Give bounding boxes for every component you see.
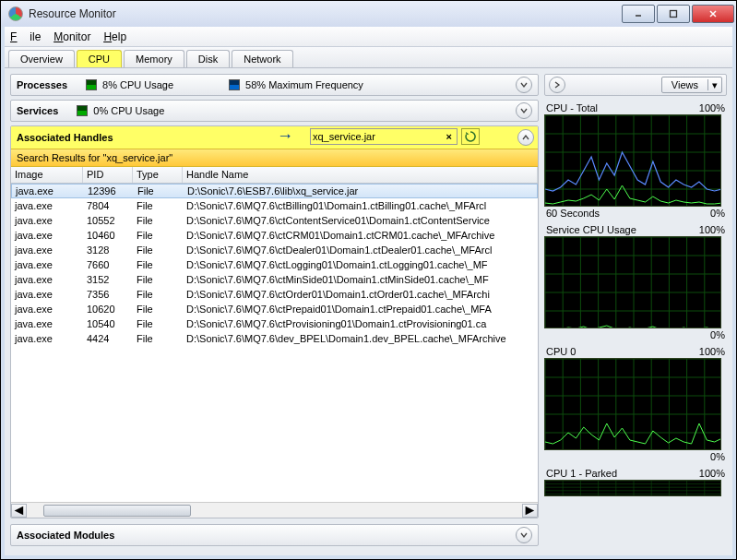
cell-image: java.exe bbox=[11, 274, 83, 285]
cell-type: File bbox=[133, 274, 183, 285]
tab-memory[interactable]: Memory bbox=[124, 50, 184, 67]
modules-title: Associated Modules bbox=[17, 530, 114, 541]
chart-xlabel: 60 Seconds bbox=[546, 208, 600, 219]
tab-cpu[interactable]: CPU bbox=[77, 50, 122, 67]
svg-rect-1 bbox=[671, 11, 677, 18]
cell-handle: D:\Sonic\7.6\MQ7.6\ctProvisioning01\Doma… bbox=[183, 318, 538, 329]
cpu-usage-label: 8% CPU Usage bbox=[102, 79, 173, 90]
table-row[interactable]: java.exe10540FileD:\Sonic\7.6\MQ7.6\ctPr… bbox=[11, 316, 538, 331]
views-dropdown-button[interactable]: Views ▾ bbox=[661, 77, 722, 93]
tabbar: Overview CPU Memory Disk Network bbox=[5, 47, 732, 68]
cell-handle: D:\Sonic\7.6\MQ7.6\ctLogging01\Domain1.c… bbox=[183, 259, 538, 270]
cell-pid: 7804 bbox=[83, 200, 133, 211]
chart-0: CPU - Total100%60 Seconds0% bbox=[544, 101, 727, 220]
cell-handle: D:\Sonic\7.6\MQ7.6\dev_BPEL\Domain1.dev_… bbox=[183, 333, 538, 344]
tab-overview[interactable]: Overview bbox=[8, 50, 75, 67]
cell-type: File bbox=[133, 333, 183, 344]
col-handle[interactable]: Handle Name bbox=[183, 167, 538, 183]
close-button[interactable] bbox=[692, 5, 734, 23]
cell-pid: 3152 bbox=[83, 274, 133, 285]
col-pid[interactable]: PID bbox=[83, 167, 133, 183]
search-results-label: Search Results for "xq_service.jar" bbox=[11, 149, 538, 167]
cell-type: File bbox=[133, 289, 183, 300]
chart-max: 100% bbox=[699, 102, 725, 113]
menu-monitor[interactable]: Monitor bbox=[53, 30, 90, 43]
chart-canvas bbox=[544, 358, 721, 450]
scroll-thumb[interactable] bbox=[43, 505, 191, 517]
table-row[interactable]: java.exe7660FileD:\Sonic\7.6\MQ7.6\ctLog… bbox=[11, 257, 538, 272]
table-row[interactable]: java.exe10620FileD:\Sonic\7.6\MQ7.6\ctPr… bbox=[11, 302, 538, 316]
table-header: Image PID Type Handle Name bbox=[11, 167, 538, 184]
table-row[interactable]: java.exe7804FileD:\Sonic\7.6\MQ7.6\ctBil… bbox=[11, 198, 538, 213]
scroll-right-button[interactable]: ► bbox=[522, 504, 538, 518]
search-value: xq_service.jar bbox=[313, 131, 444, 142]
max-freq-icon bbox=[229, 79, 240, 90]
tab-network[interactable]: Network bbox=[232, 50, 292, 67]
chart-title: CPU 1 - Parked bbox=[546, 468, 617, 479]
tab-disk[interactable]: Disk bbox=[186, 50, 230, 67]
table-row[interactable]: java.exe7356FileD:\Sonic\7.6\MQ7.6\ctOrd… bbox=[11, 287, 538, 302]
views-label: Views bbox=[662, 79, 708, 90]
chart-canvas bbox=[544, 480, 721, 496]
cell-handle: D:\Sonic\7.6\MQ7.6\ctOrder01\Domain1.ctO… bbox=[183, 289, 538, 300]
cell-image: java.exe bbox=[11, 304, 83, 315]
handles-collapse-button[interactable] bbox=[517, 129, 534, 146]
menu-file[interactable]: FFileile bbox=[10, 30, 41, 43]
services-cpu-icon bbox=[77, 105, 88, 116]
cell-image: java.exe bbox=[11, 230, 83, 241]
cell-type: File bbox=[133, 200, 183, 211]
cell-pid: 3128 bbox=[83, 244, 133, 256]
right-pane-collapse-button[interactable] bbox=[549, 77, 565, 93]
max-freq-label: 58% Maximum Frequency bbox=[245, 79, 363, 90]
services-collapse-button[interactable] bbox=[516, 102, 532, 119]
menubar: FFileile Monitor Help bbox=[5, 27, 732, 47]
scroll-left-button[interactable]: ◄ bbox=[11, 504, 27, 518]
chart-min: 0% bbox=[710, 208, 725, 219]
chart-1: Service CPU Usage100%0% bbox=[544, 223, 727, 341]
cell-image: java.exe bbox=[11, 215, 83, 226]
table-row[interactable]: java.exe10460FileD:\Sonic\7.6\MQ7.6\ctCR… bbox=[11, 228, 538, 243]
table-row[interactable]: java.exe10552FileD:\Sonic\7.6\MQ7.6\ctCo… bbox=[11, 213, 538, 228]
cell-type: File bbox=[133, 304, 183, 315]
processes-collapse-button[interactable] bbox=[516, 77, 532, 93]
horizontal-scrollbar[interactable]: ◄ ► bbox=[11, 502, 538, 518]
cell-type: File bbox=[134, 185, 184, 197]
col-image[interactable]: Image bbox=[11, 167, 83, 183]
cell-type: File bbox=[133, 230, 183, 241]
cell-handle: D:\Sonic\7.6\ESB7.6\lib\xq_service.jar bbox=[184, 185, 537, 197]
annotation-arrow-icon: → bbox=[277, 126, 293, 146]
handles-panel-header[interactable]: Associated Handles → xq_service.jar × bbox=[11, 126, 538, 149]
table-row[interactable]: java.exe3128FileD:\Sonic\7.6\MQ7.6\ctDea… bbox=[11, 243, 538, 257]
minimize-button[interactable] bbox=[622, 5, 655, 23]
app-icon bbox=[8, 6, 23, 21]
chart-canvas bbox=[544, 236, 721, 328]
cell-image: java.exe bbox=[11, 289, 83, 300]
cell-pid: 10460 bbox=[83, 230, 133, 241]
modules-collapse-button[interactable] bbox=[516, 527, 532, 543]
chart-min: 0% bbox=[710, 451, 725, 462]
chevron-down-icon: ▾ bbox=[708, 79, 721, 91]
search-clear-icon[interactable]: × bbox=[444, 131, 455, 142]
menu-help[interactable]: Help bbox=[103, 30, 126, 43]
table-row[interactable]: java.exe12396FileD:\Sonic\7.6\ESB7.6\lib… bbox=[11, 184, 538, 198]
titlebar[interactable]: Resource Monitor bbox=[1, 1, 736, 27]
services-panel-header[interactable]: Services 0% CPU Usage bbox=[10, 100, 539, 122]
chart-max: 100% bbox=[699, 468, 725, 479]
window-title: Resource Monitor bbox=[29, 7, 620, 20]
handles-search-input[interactable]: xq_service.jar × bbox=[310, 128, 458, 145]
cell-type: File bbox=[133, 215, 183, 226]
modules-panel-header[interactable]: Associated Modules bbox=[10, 524, 539, 546]
search-refresh-button[interactable] bbox=[461, 128, 480, 145]
col-type[interactable]: Type bbox=[133, 167, 183, 183]
charts-container: CPU - Total100%60 Seconds0%Service CPU U… bbox=[544, 101, 727, 500]
cell-pid: 10540 bbox=[83, 318, 133, 329]
cell-type: File bbox=[133, 259, 183, 270]
cell-handle: D:\Sonic\7.6\MQ7.6\ctCRM01\Domain1.ctCRM… bbox=[183, 230, 538, 241]
cell-image: java.exe bbox=[11, 318, 83, 329]
maximize-button[interactable] bbox=[657, 5, 690, 23]
processes-panel-header[interactable]: Processes 8% CPU Usage 58% Maximum Frequ… bbox=[10, 74, 539, 96]
cell-type: File bbox=[133, 318, 183, 329]
chart-title: Service CPU Usage bbox=[546, 224, 636, 235]
table-row[interactable]: java.exe4424FileD:\Sonic\7.6\MQ7.6\dev_B… bbox=[11, 331, 538, 346]
table-row[interactable]: java.exe3152FileD:\Sonic\7.6\MQ7.6\ctMin… bbox=[11, 272, 538, 287]
